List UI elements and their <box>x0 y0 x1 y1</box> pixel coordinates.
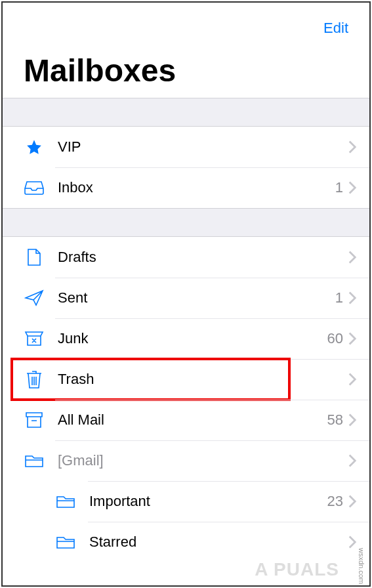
chevron-right-icon <box>348 495 356 508</box>
mailbox-label: Inbox <box>58 179 335 196</box>
folder-icon <box>24 450 45 471</box>
chevron-right-icon <box>348 454 356 467</box>
mailbox-label: VIP <box>58 138 343 156</box>
mailbox-row-junk[interactable]: Junk 60 <box>3 318 369 359</box>
header: Edit Mailboxes <box>3 3 369 98</box>
page-title: Mailboxes <box>18 37 354 98</box>
mailbox-label: Junk <box>58 330 327 347</box>
mailbox-label: Sent <box>58 289 335 306</box>
chevron-right-icon <box>348 251 356 264</box>
mailbox-row-vip[interactable]: VIP <box>3 127 369 167</box>
chevron-right-icon <box>348 140 356 154</box>
folder-icon <box>55 491 76 512</box>
section-separator <box>3 98 369 127</box>
star-icon <box>24 136 45 158</box>
mailbox-count: 1 <box>335 289 343 306</box>
mailbox-label: All Mail <box>58 411 327 429</box>
mailbox-row-drafts[interactable]: Drafts <box>3 237 369 278</box>
mailbox-row-trash[interactable]: Trash <box>3 359 369 400</box>
mailbox-row-gmail[interactable]: [Gmail] <box>3 440 369 481</box>
sent-icon <box>24 287 45 308</box>
mailbox-count: 1 <box>335 179 343 196</box>
mailbox-count: 58 <box>327 411 343 429</box>
mailbox-list-account: Drafts Sent 1 Junk 60 <box>3 237 369 562</box>
drafts-icon <box>24 247 45 268</box>
side-watermark: wsxdn.com <box>358 548 365 584</box>
mailbox-row-starred[interactable]: Starred <box>3 522 369 562</box>
chevron-right-icon <box>348 536 356 549</box>
chevron-right-icon <box>348 413 356 427</box>
chevron-right-icon <box>348 373 356 386</box>
inbox-icon <box>24 177 45 198</box>
mailbox-list-favorites: VIP Inbox 1 <box>3 127 369 208</box>
mailbox-label: Trash <box>58 371 343 388</box>
chevron-right-icon <box>348 332 356 345</box>
edit-button[interactable]: Edit <box>18 14 354 37</box>
folder-icon <box>55 532 76 553</box>
mailbox-count: 60 <box>327 330 343 347</box>
mailbox-label: Drafts <box>58 249 343 266</box>
mailbox-row-important[interactable]: Important 23 <box>3 481 369 522</box>
mailbox-count: 23 <box>327 493 343 510</box>
mailbox-row-inbox[interactable]: Inbox 1 <box>3 167 369 208</box>
mailbox-row-allmail[interactable]: All Mail 58 <box>3 400 369 440</box>
chevron-right-icon <box>348 181 356 194</box>
mailbox-label: Important <box>89 493 327 510</box>
mailbox-label: Starred <box>89 534 343 551</box>
chevron-right-icon <box>348 291 356 304</box>
archive-icon <box>24 410 45 430</box>
junk-icon <box>24 328 45 349</box>
mailbox-row-sent[interactable]: Sent 1 <box>3 278 369 318</box>
trash-icon <box>24 369 45 390</box>
section-separator <box>3 208 369 237</box>
mailbox-label: [Gmail] <box>58 452 343 469</box>
